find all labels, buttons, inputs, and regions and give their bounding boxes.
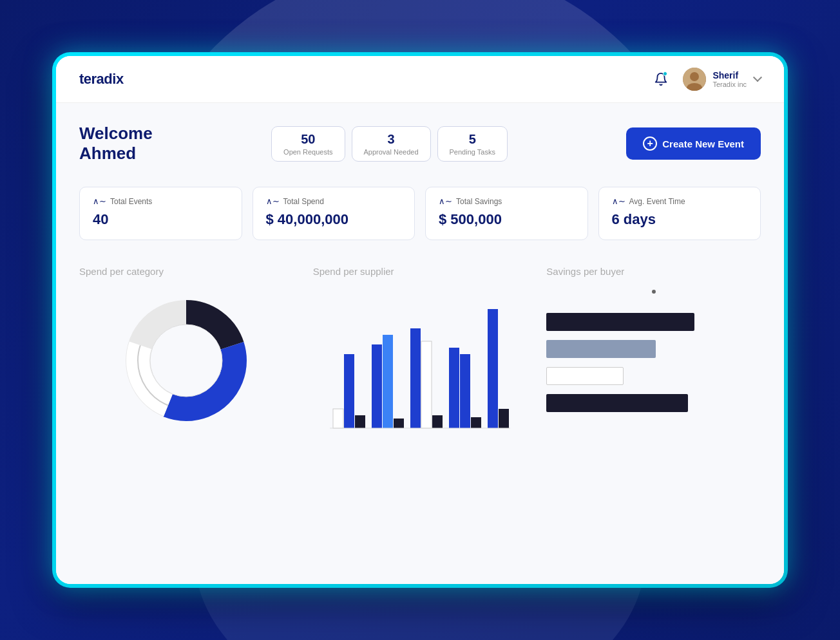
approval-needed-count: 3: [364, 132, 419, 147]
trend-icon-events: ∧∼: [93, 196, 106, 206]
user-name: Sherif: [712, 70, 747, 80]
app-window: teradix: [56, 56, 784, 584]
svg-rect-12: [355, 415, 365, 428]
metric-header-spend: ∧∼ Total Spend: [266, 196, 402, 206]
open-requests-count: 50: [283, 132, 332, 147]
svg-rect-11: [344, 354, 354, 428]
pending-tasks-pill[interactable]: 5 Pending Tasks: [437, 126, 508, 162]
metric-total-events: ∧∼ Total Events 40: [79, 187, 242, 240]
metric-total-savings: ∧∼ Total Savings $ 500,000: [425, 187, 588, 240]
trend-icon-savings: ∧∼: [439, 196, 452, 206]
spend-per-supplier-title: Spend per supplier: [313, 266, 528, 277]
donut-chart-container: [79, 290, 294, 431]
spend-per-supplier-chart: Spend per supplier: [313, 266, 528, 431]
metric-header-savings: ∧∼ Total Savings: [439, 196, 575, 206]
metric-total-spend: ∧∼ Total Spend $ 40,000,000: [253, 187, 415, 240]
chevron-down-icon: [753, 73, 762, 82]
hbar-row-2: [546, 340, 761, 358]
svg-rect-16: [410, 328, 421, 428]
avatar: [683, 68, 706, 91]
notifications-bell[interactable]: [651, 69, 671, 89]
savings-per-buyer-title: Savings per buyer: [546, 266, 761, 277]
charts-section: Spend per category: [79, 266, 761, 431]
spend-per-category-title: Spend per category: [79, 266, 294, 277]
metric-avg-event-time: ∧∼ Avg. Event Time 6 days: [598, 187, 761, 240]
trend-icon-spend: ∧∼: [266, 196, 280, 206]
metrics-row: ∧∼ Total Events 40 ∧∼ Total Spend $ 40,0…: [79, 187, 761, 240]
create-new-event-button[interactable]: + Create New Event: [626, 127, 761, 160]
svg-rect-14: [383, 335, 393, 428]
svg-rect-21: [471, 417, 481, 428]
svg-point-1: [690, 72, 699, 81]
approval-needed-label: Approval Needed: [364, 148, 419, 156]
trend-icon-time: ∧∼: [612, 196, 625, 206]
open-requests-label: Open Requests: [283, 148, 332, 156]
hbar-row-1: [546, 313, 761, 331]
spend-per-category-chart: Spend per category: [79, 266, 294, 431]
hbar-white: [546, 367, 624, 385]
donut-chart-svg: [115, 290, 257, 431]
svg-rect-23: [499, 409, 509, 428]
hbar-row-4: [546, 394, 761, 412]
main-content: Welcome Ahmed 50 Open Requests 3 Approva…: [56, 103, 784, 584]
top-bar: Welcome Ahmed 50 Open Requests 3 Approva…: [79, 124, 761, 164]
header: teradix: [56, 56, 784, 103]
device-frame: teradix: [52, 52, 788, 588]
savings-dot: [652, 290, 656, 294]
metric-value-spend: $ 40,000,000: [266, 211, 402, 228]
welcome-section: Welcome Ahmed: [79, 124, 153, 164]
hbar-dark-2: [546, 394, 688, 412]
header-right: Sherif Teradix inc: [651, 68, 761, 91]
logo: teradix: [79, 71, 124, 88]
metric-value-time: 6 days: [612, 211, 748, 228]
svg-rect-18: [432, 415, 443, 428]
hbar-row-3: [546, 367, 761, 385]
welcome-greeting: Welcome Ahmed: [79, 124, 153, 164]
metric-value-savings: $ 500,000: [439, 211, 575, 228]
approval-needed-pill[interactable]: 3 Approval Needed: [352, 126, 431, 162]
svg-rect-22: [488, 309, 498, 428]
svg-rect-20: [460, 354, 470, 428]
svg-rect-17: [421, 341, 432, 428]
user-details: Sherif Teradix inc: [712, 70, 747, 88]
create-button-label: Create New Event: [662, 138, 744, 149]
open-requests-pill[interactable]: 50 Open Requests: [271, 126, 345, 162]
metric-label-time: Avg. Event Time: [629, 197, 685, 206]
pending-tasks-count: 5: [450, 132, 495, 147]
hbar-dark-1: [546, 313, 694, 331]
savings-per-buyer-chart: Savings per buyer: [546, 266, 761, 431]
svg-rect-19: [449, 348, 459, 428]
svg-rect-15: [394, 419, 404, 428]
hbar-gray: [546, 340, 656, 358]
metric-header-time: ∧∼ Avg. Event Time: [612, 196, 748, 206]
svg-point-8: [150, 325, 222, 397]
bar-chart-svg: [330, 290, 510, 431]
svg-rect-10: [333, 409, 343, 428]
user-company: Teradix inc: [712, 80, 747, 88]
metric-value-events: 40: [93, 211, 229, 228]
pending-tasks-label: Pending Tasks: [450, 148, 495, 156]
user-menu[interactable]: Sherif Teradix inc: [683, 68, 761, 91]
metric-label-savings: Total Savings: [456, 197, 502, 206]
svg-rect-13: [372, 344, 382, 428]
metric-label-spend: Total Spend: [283, 197, 324, 206]
plus-circle-icon: +: [643, 136, 657, 151]
hbar-chart: [546, 300, 761, 412]
metric-header-events: ∧∼ Total Events: [93, 196, 229, 206]
metric-label-events: Total Events: [110, 197, 152, 206]
stats-pills: 50 Open Requests 3 Approval Needed 5 Pen…: [271, 126, 508, 162]
